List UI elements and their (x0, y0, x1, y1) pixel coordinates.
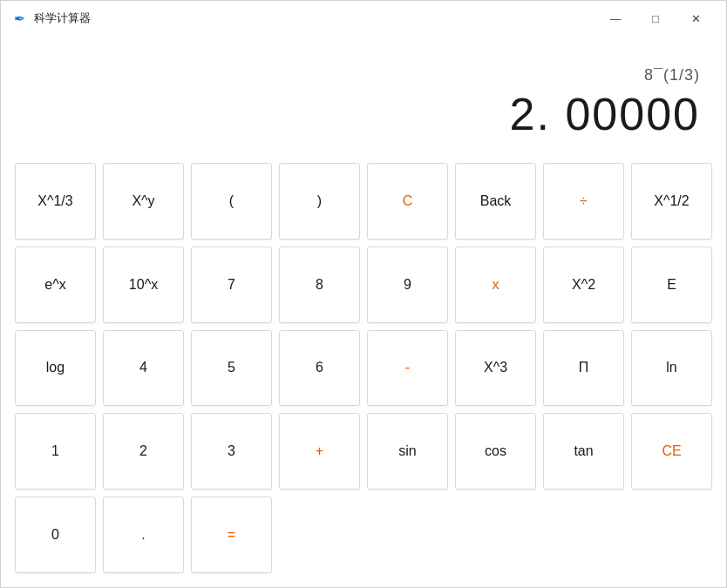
btn-X_1_3[interactable]: X^1/3 (15, 163, 96, 240)
btn-7[interactable]: 7 (191, 247, 272, 323)
btn-1[interactable]: 1 (15, 413, 96, 490)
btn-tan[interactable]: tan (543, 413, 624, 490)
btn-_[interactable]: - (367, 330, 448, 407)
app-icon: ✒ (11, 10, 27, 26)
btn-log[interactable]: log (15, 330, 96, 407)
btn-3[interactable]: 3 (191, 413, 272, 490)
btn-x[interactable]: x (455, 247, 536, 323)
btn-2[interactable]: 2 (103, 413, 184, 490)
title-bar-controls: — □ ✕ (595, 4, 716, 32)
btn-_[interactable]: П (543, 330, 624, 407)
keypad: X^1/3X^y()CBack÷X^1/2e^x10^x789xX^2Elog4… (1, 149, 726, 587)
btn-X_1_2[interactable]: X^1/2 (631, 163, 712, 240)
btn-10_x[interactable]: 10^x (103, 247, 184, 323)
btn-CE[interactable]: CE (631, 413, 712, 490)
btn-C[interactable]: C (367, 163, 448, 240)
btn-ln[interactable]: ln (631, 330, 712, 407)
btn-_[interactable]: = (191, 497, 272, 573)
btn-_[interactable]: ÷ (543, 163, 624, 240)
btn-4[interactable]: 4 (103, 330, 184, 407)
maximize-button[interactable]: □ (635, 4, 676, 32)
result-display: 2. 00000 (510, 88, 700, 140)
btn-5[interactable]: 5 (191, 330, 272, 407)
title-bar: ✒ 科学计算器 — □ ✕ (1, 1, 726, 36)
window: ✒ 科学计算器 — □ ✕ 8¯(1/3) 2. 00000 X^1/3X^y(… (0, 0, 727, 588)
btn-0[interactable]: 0 (15, 497, 96, 573)
btn-X_2[interactable]: X^2 (543, 247, 624, 323)
btn-e_x[interactable]: e^x (15, 247, 96, 323)
display-area: 8¯(1/3) 2. 00000 (1, 36, 726, 149)
app-title: 科学计算器 (34, 10, 595, 26)
close-button[interactable]: ✕ (676, 4, 716, 32)
btn-X_3[interactable]: X^3 (455, 330, 536, 407)
btn-_[interactable]: . (103, 497, 184, 573)
btn-cos[interactable]: cos (455, 413, 536, 490)
btn-sin[interactable]: sin (367, 413, 448, 490)
btn-Back[interactable]: Back (455, 163, 536, 240)
btn-6[interactable]: 6 (279, 330, 360, 407)
btn-E[interactable]: E (631, 247, 712, 323)
btn-_[interactable]: ) (279, 163, 360, 240)
btn-_[interactable]: + (279, 413, 360, 490)
btn-X_y[interactable]: X^y (103, 163, 184, 240)
btn-8[interactable]: 8 (279, 247, 360, 323)
expression-display: 8¯(1/3) (644, 66, 700, 84)
btn-_[interactable]: ( (191, 163, 272, 240)
btn-9[interactable]: 9 (367, 247, 448, 323)
minimize-button[interactable]: — (595, 4, 635, 32)
